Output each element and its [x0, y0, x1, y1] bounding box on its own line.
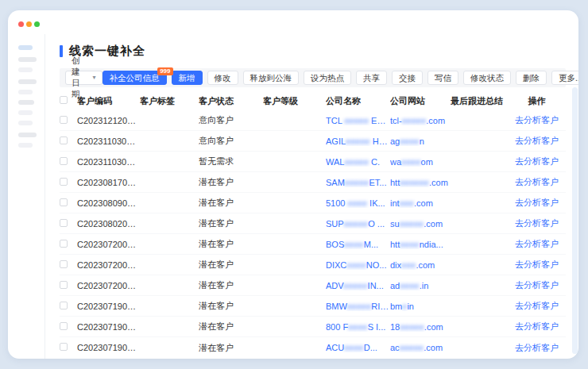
- toolbar-action-button[interactable]: 删除: [516, 71, 547, 85]
- count-badge: 999: [157, 67, 172, 75]
- row-checkbox[interactable]: [60, 343, 68, 351]
- toolbar-action-button[interactable]: 共享: [356, 71, 387, 85]
- company-name-link[interactable]: SAMeeeeeET...: [326, 178, 390, 187]
- toolbar-action-button[interactable]: 释放到公海: [243, 71, 300, 85]
- row-checkbox[interactable]: [60, 136, 68, 144]
- company-website-link[interactable]: bmein: [390, 302, 451, 311]
- customer-code: C202307200003: [77, 240, 140, 249]
- analyze-customer-link[interactable]: 去分析客户: [515, 218, 559, 228]
- maximize-window-icon[interactable]: [34, 21, 40, 27]
- redacted-text: eeee: [344, 240, 363, 249]
- customer-status: 潜在客户: [199, 259, 263, 271]
- analyze-customer-link[interactable]: 去分析客户: [515, 259, 559, 269]
- sidebar-item-placeholder[interactable]: [18, 79, 37, 84]
- customer-status: 潜在客户: [199, 238, 263, 250]
- redacted-text: eeeee: [347, 302, 372, 311]
- toolbar-action-button[interactable]: 交接: [392, 71, 423, 85]
- select-all-checkbox[interactable]: [60, 96, 68, 104]
- company-website-link[interactable]: tcl-eeeee.com: [390, 116, 451, 125]
- analyze-customer-link[interactable]: 去分析客户: [515, 321, 559, 331]
- company-name-link[interactable]: TCL eeeee EC...: [326, 116, 390, 125]
- company-name-link[interactable]: BOSeeeeM...: [326, 240, 390, 249]
- sidebar-item-placeholder[interactable]: [18, 143, 33, 148]
- company-website-link[interactable]: 18eeeee.com: [390, 322, 451, 332]
- row-checkbox[interactable]: [60, 178, 68, 186]
- customer-code: C202311030001: [77, 157, 140, 167]
- column-followup-summary: 最后跟进总结: [451, 95, 508, 107]
- company-name-link[interactable]: 5100 eeee IK...: [326, 198, 390, 208]
- company-website-link[interactable]: htteeeeee.com: [390, 178, 451, 187]
- redacted-text: eeee: [344, 343, 363, 352]
- analyze-customer-link[interactable]: 去分析客户: [515, 343, 559, 352]
- customer-status: 意向客户: [199, 135, 263, 147]
- company-website-link[interactable]: dixeee.com: [390, 260, 451, 270]
- table-row: C202312120001 意向客户 TCL eeeee EC... tcl-e…: [60, 110, 566, 131]
- toolbar-action-button[interactable]: 设为热点: [304, 71, 351, 85]
- customer-code: C202307200002: [77, 260, 140, 270]
- column-company-website: 公司网站: [390, 95, 451, 107]
- date-filter-dropdown[interactable]: 创建日期 ▾: [65, 71, 103, 85]
- analyze-customer-link[interactable]: 去分析客户: [515, 156, 559, 166]
- customer-status: 潜在客户: [199, 197, 263, 209]
- redacted-text: eeeee: [344, 219, 369, 229]
- row-checkbox[interactable]: [60, 322, 68, 330]
- company-website-link[interactable]: htteeeendia...: [390, 240, 451, 249]
- redacted-text: eeee: [400, 240, 419, 249]
- add-new-button[interactable]: 新增: [172, 71, 203, 85]
- company-name-link[interactable]: AGILeeeee HN...: [326, 136, 390, 146]
- sidebar-item-placeholder[interactable]: [18, 110, 33, 115]
- row-checkbox[interactable]: [60, 281, 68, 289]
- analyze-customer-link[interactable]: 去分析客户: [515, 177, 559, 186]
- customer-code: C202307190002: [77, 322, 140, 332]
- company-name-link[interactable]: ACUeeeeD...: [326, 343, 390, 352]
- toolbar-buttons: 补全公司信息 999 新增 修改释放到公海设为热点共享交接写信修改状态删除 更多…: [103, 71, 578, 85]
- row-checkbox[interactable]: [60, 302, 68, 309]
- sidebar-item-placeholder[interactable]: [18, 133, 37, 137]
- company-website-link[interactable]: adeeee.in: [390, 281, 451, 290]
- company-website-link[interactable]: inteee.com: [390, 198, 451, 208]
- analyze-customer-link[interactable]: 去分析客户: [515, 136, 559, 145]
- company-name-link[interactable]: WALeeeee C.: [326, 157, 390, 167]
- page-title-text: 线索一键补全: [69, 44, 145, 59]
- toolbar-action-button[interactable]: 写信: [427, 71, 458, 85]
- redacted-text: eeeee: [346, 136, 370, 146]
- sidebar-item-placeholder[interactable]: [18, 121, 33, 125]
- close-window-icon[interactable]: [18, 21, 24, 27]
- toolbar-action-button[interactable]: 修改状态: [463, 71, 511, 85]
- company-website-link[interactable]: aceeeee.com: [390, 343, 451, 352]
- analyze-customer-link[interactable]: 去分析客户: [515, 301, 559, 310]
- analyze-customer-link[interactable]: 去分析客户: [515, 280, 559, 290]
- customer-code: C202308020001: [77, 219, 140, 229]
- complete-company-info-button[interactable]: 补全公司信息 999: [103, 71, 167, 85]
- table-row: C202307190001 潜在客户 ACUeeeeD... aceeeee.c…: [60, 337, 566, 358]
- row-checkbox[interactable]: [60, 219, 68, 227]
- sidebar-item-placeholder[interactable]: [18, 57, 37, 62]
- sidebar-item-placeholder[interactable]: [18, 67, 33, 72]
- customer-code: C202307200001: [77, 281, 140, 290]
- company-name-link[interactable]: DIXCeeeeNO...: [326, 260, 390, 270]
- row-checkbox[interactable]: [60, 240, 68, 248]
- minimize-window-icon[interactable]: [26, 21, 32, 27]
- row-checkbox[interactable]: [60, 198, 68, 206]
- toolbar-action-button[interactable]: 修改: [207, 71, 238, 85]
- company-website-link[interactable]: waeeeeom: [390, 157, 451, 167]
- redacted-text: eeeee: [402, 116, 427, 125]
- company-website-link[interactable]: sueeeee.com: [390, 219, 451, 229]
- sidebar-item-placeholder[interactable]: [18, 45, 33, 50]
- analyze-customer-link[interactable]: 去分析客户: [515, 239, 559, 248]
- company-name-link[interactable]: SUPeeeeeO ...: [326, 219, 390, 229]
- more-actions-button[interactable]: 更多... ▾: [551, 71, 578, 85]
- sidebar-item-placeholder[interactable]: [18, 100, 34, 105]
- row-checkbox[interactable]: [60, 157, 68, 165]
- analyze-customer-link[interactable]: 去分析客户: [515, 115, 559, 125]
- sidebar-item-placeholder[interactable]: [18, 90, 33, 94]
- analyze-customer-link[interactable]: 去分析客户: [515, 198, 559, 207]
- company-name-link[interactable]: BMWeeeeeRIV...: [326, 302, 390, 311]
- company-name-link[interactable]: 800 FeeeeS I...: [326, 322, 390, 332]
- table-body: C202312120001 意向客户 TCL eeeee EC... tcl-e…: [60, 110, 566, 358]
- company-website-link[interactable]: ageeeen: [390, 136, 451, 146]
- company-name-link[interactable]: ADVeeeeeIN...: [326, 281, 390, 290]
- row-checkbox[interactable]: [60, 116, 68, 124]
- row-checkbox[interactable]: [60, 260, 68, 268]
- vertical-scrollbar[interactable]: [572, 87, 578, 354]
